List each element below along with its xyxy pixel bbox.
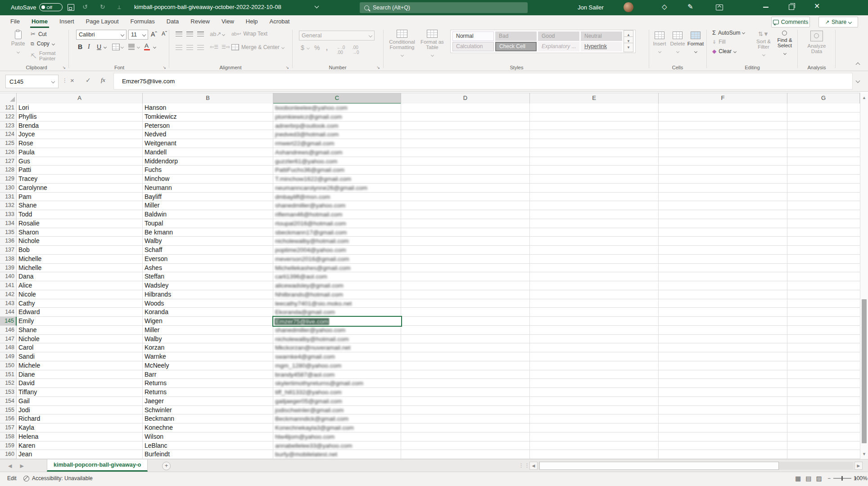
cell[interactable]: Hanson	[143, 104, 273, 112]
cell[interactable]	[659, 397, 787, 406]
cell[interactable]	[530, 450, 659, 459]
cell[interactable]: Michellekashes@gmail.com	[273, 264, 401, 273]
cell[interactable]	[787, 317, 860, 326]
font-color-chevron-icon[interactable]	[153, 45, 156, 49]
cell[interactable]	[787, 193, 860, 202]
decrease-decimal-icon[interactable]: .00→0	[352, 45, 359, 55]
fill-color-chevron-icon[interactable]	[137, 45, 140, 49]
cell[interactable]	[787, 166, 860, 175]
cell[interactable]	[401, 317, 530, 326]
cell[interactable]	[659, 281, 787, 290]
cell[interactable]	[787, 432, 860, 441]
cell[interactable]	[787, 423, 860, 432]
accessibility-status[interactable]: Accessibility: Unavailable	[23, 475, 93, 482]
font-color-icon[interactable]: A	[145, 42, 149, 49]
cell[interactable]	[659, 104, 787, 112]
cell[interactable]	[659, 193, 787, 202]
cell[interactable]: tiff_hill1332@yahoo.com	[273, 388, 401, 397]
page-layout-view-icon[interactable]: ▤	[805, 475, 811, 482]
cell[interactable]: Schwinler	[143, 406, 273, 415]
cell[interactable]	[401, 308, 530, 317]
number-dialog-launcher-icon[interactable]: ↘	[376, 65, 380, 70]
cell[interactable]: Walby	[143, 237, 273, 246]
row-header-143[interactable]: 143	[0, 299, 17, 308]
row-header-154[interactable]: 154	[0, 397, 17, 406]
row-header-133[interactable]: 133	[0, 210, 17, 219]
cell[interactable]	[530, 228, 659, 237]
undo-icon[interactable]: ↺	[82, 4, 88, 10]
cell[interactable]	[787, 237, 860, 246]
cell[interactable]: Konechnekayla3@gmail.com	[273, 423, 401, 432]
cell[interactable]: Toupal	[143, 219, 273, 228]
shrink-font-button[interactable]: Aˇ	[162, 31, 167, 37]
cell[interactable]: gailjaeger05@gmail.com	[273, 397, 401, 406]
cell[interactable]	[401, 441, 530, 450]
scroll-up-icon[interactable]: ▲	[861, 94, 867, 102]
cell[interactable]	[401, 370, 530, 379]
cell[interactable]: Paula	[17, 148, 143, 157]
search-input[interactable]: Search (Alt+Q)	[360, 2, 528, 13]
cell[interactable]	[401, 432, 530, 441]
row-header-136[interactable]: 136	[0, 237, 17, 246]
cell[interactable]	[401, 210, 530, 219]
cell[interactable]: Ashes	[143, 264, 273, 273]
cell[interactable]	[787, 406, 860, 415]
row-header-135[interactable]: 135	[0, 228, 17, 237]
cell[interactable]	[401, 290, 530, 299]
style-calculation[interactable]: Calculation	[452, 42, 494, 51]
cell[interactable]	[530, 361, 659, 370]
row-header-158[interactable]: 158	[0, 432, 17, 441]
autosave-switch[interactable]: Off	[39, 3, 63, 11]
cell[interactable]	[530, 112, 659, 122]
cell[interactable]: Nicole	[17, 290, 143, 299]
italic-button[interactable]: I	[88, 43, 90, 50]
cell[interactable]: Barr	[143, 370, 273, 379]
name-box-grip[interactable]: ⋮	[62, 77, 68, 84]
style-normal[interactable]: Normal	[452, 32, 494, 41]
style-bad[interactable]: Bad	[495, 32, 537, 41]
format-painter-button[interactable]: ⛏ Format Painter	[31, 50, 68, 61]
cell[interactable]: Bayliff	[143, 193, 273, 202]
cell[interactable]: Everson	[143, 255, 273, 264]
row-header-124[interactable]: 124	[0, 130, 17, 139]
vertical-scrollbar-thumb[interactable]	[862, 299, 867, 443]
cell[interactable]	[787, 326, 860, 335]
cell[interactable]	[787, 201, 860, 210]
cell[interactable]	[787, 175, 860, 184]
cell[interactable]: Beckmanndick@gmail.com	[273, 414, 401, 423]
cell[interactable]	[659, 414, 787, 423]
cell[interactable]	[787, 414, 860, 423]
sheet-next-icon[interactable]: ▶	[20, 463, 23, 469]
cell[interactable]: LeBlanc	[143, 441, 273, 450]
cell[interactable]	[401, 139, 530, 148]
bold-button[interactable]: B	[78, 43, 82, 50]
row-header-131[interactable]: 131	[0, 193, 17, 202]
delete-button[interactable]: Delete	[669, 32, 686, 54]
insert-function-icon[interactable]: fx	[101, 76, 105, 84]
zoom-slider-thumb[interactable]	[841, 476, 843, 481]
cell[interactable]: boobonleelee@yahoo.com	[273, 104, 401, 112]
cell[interactable]	[787, 255, 860, 264]
menu-tab-formulas[interactable]: Formulas	[125, 15, 161, 28]
row-header-152[interactable]: 152	[0, 379, 17, 388]
cell[interactable]	[659, 335, 787, 344]
menu-tab-insert[interactable]: Insert	[54, 15, 80, 28]
cell[interactable]	[659, 157, 787, 166]
ribbon-display-options-icon[interactable]	[716, 4, 723, 10]
cell[interactable]	[401, 193, 530, 202]
style-neutral[interactable]: Neutral	[581, 32, 622, 41]
cell[interactable]	[787, 343, 860, 352]
cell[interactable]: McNeely	[143, 361, 273, 370]
cell[interactable]	[659, 370, 787, 379]
row-header-145[interactable]: 145	[0, 317, 17, 326]
cell[interactable]: Woods	[143, 299, 273, 308]
cell[interactable]: Middendorp	[143, 157, 273, 166]
cell[interactable]	[659, 112, 787, 122]
row-header-142[interactable]: 142	[0, 290, 17, 299]
scroll-left-icon[interactable]: ◀	[529, 462, 538, 470]
menu-tab-view[interactable]: View	[216, 15, 240, 28]
comma-style-icon[interactable]: ,	[326, 44, 328, 51]
cell[interactable]: Peterson	[143, 122, 273, 130]
row-header-138[interactable]: 138	[0, 255, 17, 264]
cell[interactable]	[530, 246, 659, 255]
